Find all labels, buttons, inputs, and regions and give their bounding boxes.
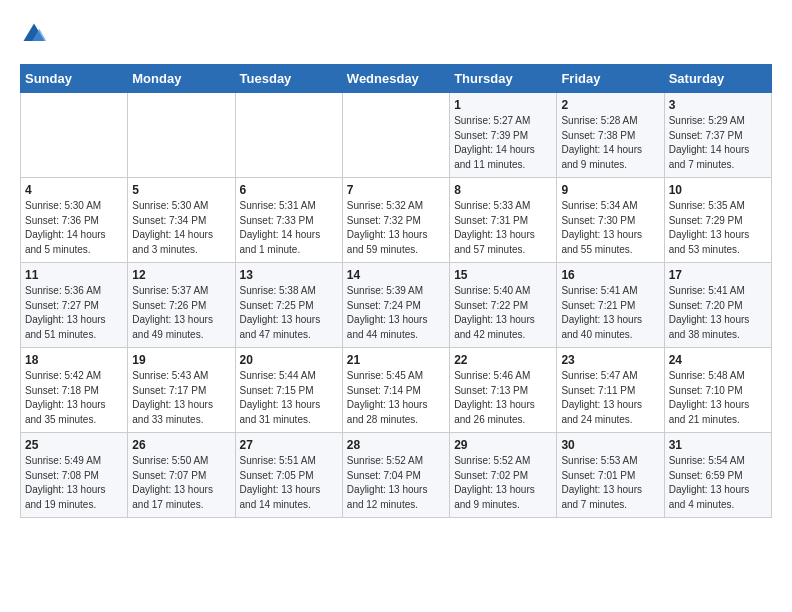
day-cell: 10Sunrise: 5:35 AM Sunset: 7:29 PM Dayli… [664,178,771,263]
day-cell: 17Sunrise: 5:41 AM Sunset: 7:20 PM Dayli… [664,263,771,348]
day-cell: 8Sunrise: 5:33 AM Sunset: 7:31 PM Daylig… [450,178,557,263]
day-number: 20 [240,353,338,367]
day-number: 2 [561,98,659,112]
day-cell: 29Sunrise: 5:52 AM Sunset: 7:02 PM Dayli… [450,433,557,518]
day-cell: 23Sunrise: 5:47 AM Sunset: 7:11 PM Dayli… [557,348,664,433]
day-info: Sunrise: 5:53 AM Sunset: 7:01 PM Dayligh… [561,454,659,512]
day-number: 7 [347,183,445,197]
day-number: 13 [240,268,338,282]
day-info: Sunrise: 5:29 AM Sunset: 7:37 PM Dayligh… [669,114,767,172]
logo-icon [20,20,48,48]
day-number: 24 [669,353,767,367]
weekday-header-sunday: Sunday [21,65,128,93]
day-info: Sunrise: 5:33 AM Sunset: 7:31 PM Dayligh… [454,199,552,257]
day-number: 10 [669,183,767,197]
day-number: 9 [561,183,659,197]
day-cell: 25Sunrise: 5:49 AM Sunset: 7:08 PM Dayli… [21,433,128,518]
day-info: Sunrise: 5:41 AM Sunset: 7:21 PM Dayligh… [561,284,659,342]
day-cell: 21Sunrise: 5:45 AM Sunset: 7:14 PM Dayli… [342,348,449,433]
day-number: 8 [454,183,552,197]
day-info: Sunrise: 5:45 AM Sunset: 7:14 PM Dayligh… [347,369,445,427]
day-info: Sunrise: 5:42 AM Sunset: 7:18 PM Dayligh… [25,369,123,427]
weekday-header-tuesday: Tuesday [235,65,342,93]
day-cell [21,93,128,178]
page-header [20,20,772,48]
day-cell: 26Sunrise: 5:50 AM Sunset: 7:07 PM Dayli… [128,433,235,518]
day-info: Sunrise: 5:43 AM Sunset: 7:17 PM Dayligh… [132,369,230,427]
day-cell: 16Sunrise: 5:41 AM Sunset: 7:21 PM Dayli… [557,263,664,348]
day-cell: 27Sunrise: 5:51 AM Sunset: 7:05 PM Dayli… [235,433,342,518]
day-cell: 6Sunrise: 5:31 AM Sunset: 7:33 PM Daylig… [235,178,342,263]
day-cell: 11Sunrise: 5:36 AM Sunset: 7:27 PM Dayli… [21,263,128,348]
day-info: Sunrise: 5:34 AM Sunset: 7:30 PM Dayligh… [561,199,659,257]
day-cell: 14Sunrise: 5:39 AM Sunset: 7:24 PM Dayli… [342,263,449,348]
week-row-3: 11Sunrise: 5:36 AM Sunset: 7:27 PM Dayli… [21,263,772,348]
day-info: Sunrise: 5:37 AM Sunset: 7:26 PM Dayligh… [132,284,230,342]
day-cell: 28Sunrise: 5:52 AM Sunset: 7:04 PM Dayli… [342,433,449,518]
day-cell: 30Sunrise: 5:53 AM Sunset: 7:01 PM Dayli… [557,433,664,518]
day-number: 16 [561,268,659,282]
weekday-header-monday: Monday [128,65,235,93]
day-number: 29 [454,438,552,452]
day-number: 17 [669,268,767,282]
day-number: 22 [454,353,552,367]
day-info: Sunrise: 5:44 AM Sunset: 7:15 PM Dayligh… [240,369,338,427]
day-number: 11 [25,268,123,282]
day-info: Sunrise: 5:41 AM Sunset: 7:20 PM Dayligh… [669,284,767,342]
day-info: Sunrise: 5:46 AM Sunset: 7:13 PM Dayligh… [454,369,552,427]
day-cell: 2Sunrise: 5:28 AM Sunset: 7:38 PM Daylig… [557,93,664,178]
day-info: Sunrise: 5:30 AM Sunset: 7:34 PM Dayligh… [132,199,230,257]
day-info: Sunrise: 5:48 AM Sunset: 7:10 PM Dayligh… [669,369,767,427]
day-cell: 4Sunrise: 5:30 AM Sunset: 7:36 PM Daylig… [21,178,128,263]
day-cell [128,93,235,178]
day-number: 21 [347,353,445,367]
day-info: Sunrise: 5:52 AM Sunset: 7:02 PM Dayligh… [454,454,552,512]
week-row-2: 4Sunrise: 5:30 AM Sunset: 7:36 PM Daylig… [21,178,772,263]
day-number: 25 [25,438,123,452]
day-cell [235,93,342,178]
day-info: Sunrise: 5:27 AM Sunset: 7:39 PM Dayligh… [454,114,552,172]
day-cell: 9Sunrise: 5:34 AM Sunset: 7:30 PM Daylig… [557,178,664,263]
day-info: Sunrise: 5:47 AM Sunset: 7:11 PM Dayligh… [561,369,659,427]
weekday-header-row: SundayMondayTuesdayWednesdayThursdayFrid… [21,65,772,93]
day-number: 27 [240,438,338,452]
day-info: Sunrise: 5:50 AM Sunset: 7:07 PM Dayligh… [132,454,230,512]
day-cell: 19Sunrise: 5:43 AM Sunset: 7:17 PM Dayli… [128,348,235,433]
day-cell: 7Sunrise: 5:32 AM Sunset: 7:32 PM Daylig… [342,178,449,263]
day-number: 31 [669,438,767,452]
day-number: 30 [561,438,659,452]
day-number: 19 [132,353,230,367]
day-number: 23 [561,353,659,367]
day-info: Sunrise: 5:28 AM Sunset: 7:38 PM Dayligh… [561,114,659,172]
weekday-header-thursday: Thursday [450,65,557,93]
day-cell: 13Sunrise: 5:38 AM Sunset: 7:25 PM Dayli… [235,263,342,348]
day-cell: 31Sunrise: 5:54 AM Sunset: 6:59 PM Dayli… [664,433,771,518]
weekday-header-friday: Friday [557,65,664,93]
day-info: Sunrise: 5:51 AM Sunset: 7:05 PM Dayligh… [240,454,338,512]
day-cell: 1Sunrise: 5:27 AM Sunset: 7:39 PM Daylig… [450,93,557,178]
day-number: 3 [669,98,767,112]
week-row-4: 18Sunrise: 5:42 AM Sunset: 7:18 PM Dayli… [21,348,772,433]
day-info: Sunrise: 5:39 AM Sunset: 7:24 PM Dayligh… [347,284,445,342]
day-number: 15 [454,268,552,282]
day-info: Sunrise: 5:38 AM Sunset: 7:25 PM Dayligh… [240,284,338,342]
calendar-table: SundayMondayTuesdayWednesdayThursdayFrid… [20,64,772,518]
day-cell: 5Sunrise: 5:30 AM Sunset: 7:34 PM Daylig… [128,178,235,263]
day-cell: 18Sunrise: 5:42 AM Sunset: 7:18 PM Dayli… [21,348,128,433]
day-info: Sunrise: 5:54 AM Sunset: 6:59 PM Dayligh… [669,454,767,512]
day-cell: 15Sunrise: 5:40 AM Sunset: 7:22 PM Dayli… [450,263,557,348]
week-row-1: 1Sunrise: 5:27 AM Sunset: 7:39 PM Daylig… [21,93,772,178]
logo [20,20,52,48]
day-info: Sunrise: 5:35 AM Sunset: 7:29 PM Dayligh… [669,199,767,257]
day-info: Sunrise: 5:49 AM Sunset: 7:08 PM Dayligh… [25,454,123,512]
day-cell [342,93,449,178]
day-number: 26 [132,438,230,452]
day-number: 1 [454,98,552,112]
day-number: 18 [25,353,123,367]
day-cell: 24Sunrise: 5:48 AM Sunset: 7:10 PM Dayli… [664,348,771,433]
day-cell: 3Sunrise: 5:29 AM Sunset: 7:37 PM Daylig… [664,93,771,178]
day-number: 28 [347,438,445,452]
day-number: 14 [347,268,445,282]
day-number: 6 [240,183,338,197]
day-number: 5 [132,183,230,197]
